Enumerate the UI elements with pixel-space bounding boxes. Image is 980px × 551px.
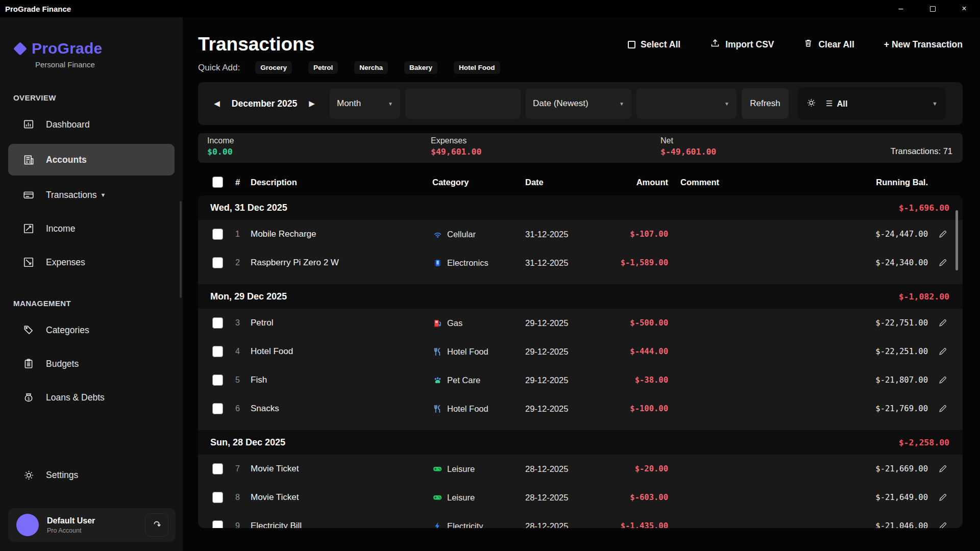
user-card[interactable]: Default User Pro Account (8, 508, 176, 542)
edit-pencil-icon[interactable] (936, 375, 949, 385)
group-total: $-2,258.00 (899, 438, 949, 447)
switch-user-icon[interactable] (145, 513, 168, 537)
sidebar-item-transactions[interactable]: Transactions ▼ (8, 181, 175, 209)
sidebar-item-loans-debts[interactable]: $ Loans & Debts (8, 383, 175, 412)
table-row: 2Raspberry Pi Zero 2 WElectronics31-12-2… (198, 248, 963, 277)
row-checkbox[interactable] (212, 346, 223, 357)
select-all-button[interactable]: Select All (628, 39, 680, 50)
edit-pencil-icon[interactable] (936, 464, 949, 473)
caret-down-icon: ▼ (619, 101, 624, 107)
row-amount: $-603.00 (602, 493, 668, 502)
row-date: 29-12-2025 (525, 318, 602, 328)
bank-icon (22, 154, 35, 166)
row-checkbox[interactable] (212, 317, 223, 329)
group-header: Wed, 31 Dec 2025$-1,696.00 (198, 195, 963, 220)
net-value: $-49,601.00 (660, 147, 891, 157)
row-checkbox[interactable] (212, 257, 223, 268)
clipboard-icon (22, 358, 35, 370)
row-checkbox[interactable] (212, 520, 223, 528)
summary-bar: Income $0.00 Expenses $49,601.00 Net $-4… (198, 133, 963, 163)
row-description: Hotel Food (251, 346, 432, 357)
import-csv-button[interactable]: Import CSV (710, 38, 774, 51)
sidebar-item-label: Loans & Debts (46, 392, 105, 403)
sidebar-item-label: Expenses (46, 257, 85, 268)
row-amount: $-107.00 (602, 230, 668, 239)
new-transaction-button[interactable]: + New Transaction (884, 39, 963, 50)
caret-down-icon: ▼ (724, 101, 729, 107)
next-month-icon[interactable]: ▶ (303, 99, 321, 108)
row-checkbox[interactable] (212, 463, 223, 474)
edit-pencil-icon[interactable] (936, 230, 949, 239)
row-description: Movie Ticket (251, 464, 432, 474)
row-checkbox[interactable] (212, 374, 223, 386)
sidebar-item-label: Transactions (46, 190, 97, 201)
edit-pencil-icon[interactable] (936, 493, 949, 502)
sidebar-scrollbar[interactable] (180, 201, 182, 298)
paw-icon (432, 375, 443, 385)
sidebar-item-label: Accounts (46, 155, 87, 165)
user-name: Default User (47, 516, 95, 525)
edit-pencil-icon[interactable] (936, 404, 949, 413)
row-balance: $-21,769.00 (841, 404, 928, 413)
sidebar-item-accounts[interactable]: Accounts (8, 144, 175, 176)
credit-card-icon (22, 189, 35, 201)
clear-all-button[interactable]: Clear All (803, 38, 854, 51)
account-filter[interactable]: ☰ All ▼ (798, 87, 946, 120)
header-checkbox[interactable] (212, 177, 223, 188)
sidebar: ProGrade Personal Finance OVERVIEW Dashb… (0, 17, 183, 551)
chip-icon (432, 258, 443, 268)
col-header-date: Date (525, 178, 602, 187)
category-filter-dropdown[interactable]: ▼ (636, 88, 737, 119)
sidebar-item-settings[interactable]: Settings (8, 461, 175, 489)
edit-pencil-icon[interactable] (936, 521, 949, 528)
row-checkbox[interactable] (212, 229, 223, 240)
quick-add-chip[interactable]: Petrol (308, 61, 338, 74)
maximize-icon[interactable] (917, 0, 948, 17)
edit-pencil-icon[interactable] (936, 347, 949, 356)
row-number: 1 (235, 230, 251, 239)
table-scrollbar[interactable] (955, 210, 958, 270)
quick-add-chip[interactable]: Hotel Food (454, 61, 500, 74)
row-amount: $-500.00 (602, 318, 668, 328)
edit-pencil-icon[interactable] (936, 318, 949, 328)
row-category: Hotel Food (432, 346, 525, 357)
row-number: 6 (235, 404, 251, 413)
col-header-amount: Amount (602, 178, 668, 187)
transaction-count: Transactions: 71 (891, 146, 952, 156)
logo: ProGrade Personal Finance (0, 17, 183, 69)
upload-icon (710, 38, 720, 51)
sidebar-item-budgets[interactable]: Budgets (8, 349, 175, 378)
sidebar-item-categories[interactable]: Categories (8, 316, 175, 344)
cutlery-icon (432, 346, 443, 357)
sort-dropdown[interactable]: Date (Newest) ▼ (526, 88, 631, 119)
user-plan: Pro Account (47, 527, 95, 534)
row-amount: $-444.00 (602, 347, 668, 356)
bar-chart-icon (22, 118, 35, 131)
main-content: Transactions Select All Import CSV Clear… (183, 17, 980, 551)
close-icon[interactable]: × (948, 0, 980, 17)
svg-text:$: $ (28, 396, 30, 401)
diamond-icon (13, 42, 27, 56)
sidebar-item-dashboard[interactable]: Dashboard (8, 110, 175, 139)
prev-month-icon[interactable]: ◀ (208, 99, 226, 108)
income-value: $0.00 (207, 147, 431, 157)
row-description: Fish (251, 375, 432, 385)
table-row: 3PetrolGas29-12-2025$-500.00$-22,751.00 (198, 309, 963, 337)
quick-add-chip[interactable]: Grocery (255, 61, 292, 74)
edit-pencil-icon[interactable] (936, 258, 949, 267)
row-number: 2 (235, 258, 251, 267)
quick-add-row: Quick Add: Grocery Petrol Nercha Bakery … (198, 61, 980, 74)
row-date: 28-12-2025 (525, 493, 602, 503)
row-checkbox[interactable] (212, 492, 223, 503)
sidebar-item-income[interactable]: Income (8, 214, 175, 243)
sidebar-item-expenses[interactable]: Expenses (8, 248, 175, 277)
gear-icon (806, 97, 817, 110)
row-category: Electricity (432, 521, 525, 528)
quick-add-chip[interactable]: Bakery (404, 61, 437, 74)
refresh-button[interactable]: Refresh (742, 88, 789, 119)
search-input[interactable] (405, 88, 521, 119)
minimize-icon[interactable]: – (885, 0, 917, 17)
period-dropdown[interactable]: Month ▼ (330, 88, 400, 119)
quick-add-chip[interactable]: Nercha (354, 61, 388, 74)
row-checkbox[interactable] (212, 403, 223, 414)
